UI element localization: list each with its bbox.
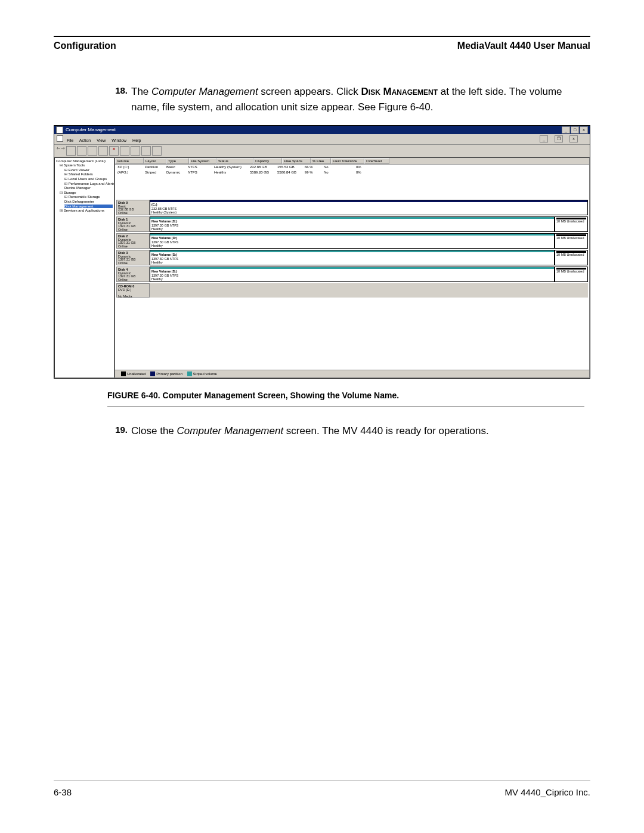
main-pane: Volume Layout Type File System Status Ca… — [114, 157, 590, 378]
tree-system-tools[interactable]: ⊟ System Tools — [60, 163, 113, 168]
toolbar-button[interactable] — [131, 146, 140, 156]
step-number: 19. — [107, 423, 128, 439]
menu-view[interactable]: View — [97, 138, 106, 143]
col-ft[interactable]: Fault Tolerance — [331, 158, 364, 165]
menu-help[interactable]: Help — [132, 138, 141, 143]
window-titlebar: Computer Management _ □ × — [54, 126, 590, 134]
col-capacity[interactable]: Capacity — [253, 158, 282, 165]
header-right: MediaVault 4440 User Manual — [457, 41, 590, 51]
menu-window[interactable]: Window — [112, 138, 126, 143]
unallocated-bar[interactable]: 10 MB Unallocated — [555, 267, 588, 282]
volume-row[interactable]: (APG:)StripedDynamicNTFSHealthy5589.20 G… — [115, 170, 589, 175]
menu-action[interactable]: Action — [79, 138, 91, 143]
disk-label: Disk 2Dynamic1397.31 GBOnline — [116, 233, 150, 249]
tree-item[interactable]: ⊞ Event Viewer — [64, 168, 113, 172]
footer-brand: MV 4440_Ciprico Inc. — [505, 787, 590, 797]
legend-swatch-unallocated — [121, 371, 126, 376]
step-text: The Computer Management screen appears. … — [131, 84, 584, 114]
volume-bar[interactable]: New Volume (D:)1397.30 GB NTFSHealthy — [150, 233, 555, 249]
minimize-button[interactable]: _ — [562, 126, 570, 134]
header-left: Configuration — [54, 41, 116, 51]
volume-list: XP (C:)PartitionBasicNTFSHealthy (System… — [115, 165, 589, 175]
col-free[interactable]: Free Space — [282, 158, 311, 165]
app-icon — [56, 126, 63, 134]
tree-item[interactable]: ⊞ Removable Storage — [64, 195, 113, 199]
tree-item[interactable]: Device Manager — [64, 186, 113, 190]
disk-row[interactable]: Disk 0Basic232.88 GBOnline(C:)232.88 GB … — [116, 200, 588, 215]
tree-disk-management[interactable]: Disk Management — [64, 205, 113, 209]
volume-bar[interactable]: New Volume (D:)1397.30 GB NTFSHealthy — [150, 216, 555, 232]
disk-row[interactable]: Disk 1Dynamic1397.31 GBOnlineNew Volume … — [116, 216, 588, 232]
disk-label: Disk 4Dynamic1397.31 GBOnline — [116, 267, 150, 282]
tree-item[interactable]: ⊞ Local Users and Groups — [64, 177, 113, 181]
tree-item[interactable]: ⊞ Shared Folders — [64, 172, 113, 176]
toolbar-button[interactable] — [66, 146, 76, 156]
app-icon-small — [57, 135, 63, 142]
disk-label: Disk 0Basic232.88 GBOnline — [116, 200, 150, 215]
toolbar-button[interactable] — [152, 146, 162, 156]
legend-swatch-primary — [150, 371, 155, 376]
disk-row[interactable]: Disk 3Dynamic1397.31 GBOnlineNew Volume … — [116, 250, 588, 265]
toolbar-delete-icon[interactable]: × — [109, 146, 119, 156]
volume-bar[interactable]: (C:)232.88 GB NTFSHealthy (System) — [150, 200, 588, 215]
disk-graphic-area: Disk 0Basic232.88 GBOnline(C:)232.88 GB … — [115, 199, 589, 369]
toolbar-button[interactable] — [77, 146, 86, 156]
toolbar-properties-icon[interactable] — [120, 146, 129, 156]
toolbar: ⇦ ⇨ × — [54, 145, 590, 157]
toolbar-button[interactable] — [98, 146, 108, 156]
child-minimize-button[interactable]: _ — [540, 135, 548, 143]
volume-bar[interactable]: New Volume (D:)1397.30 GB NTFSHealthy — [150, 250, 555, 265]
col-pctfree[interactable]: % Free — [311, 158, 331, 165]
col-overhead[interactable]: Overhead — [364, 158, 389, 165]
tree-item[interactable]: ⊞ Performance Logs and Alerts — [64, 182, 113, 186]
col-fs[interactable]: File System — [189, 158, 216, 165]
step-text: Close the Computer Management screen. Th… — [131, 423, 489, 439]
tree-root[interactable]: Computer Management (Local) — [56, 159, 113, 163]
legend-bar: Unallocated Primary partition Striped vo… — [115, 370, 589, 377]
col-volume[interactable]: Volume — [115, 158, 144, 165]
child-close-button[interactable]: × — [569, 135, 578, 143]
volume-row[interactable]: XP (C:)PartitionBasicNTFSHealthy (System… — [115, 165, 589, 170]
tree-services[interactable]: ⊞ Services and Applications — [60, 209, 113, 213]
menubar: File Action View Window Help _ ❐ × — [54, 134, 590, 145]
menu-file[interactable]: File — [67, 138, 73, 143]
col-status[interactable]: Status — [216, 158, 253, 165]
tree-storage[interactable]: ⊟ Storage — [60, 191, 113, 195]
cdrom-row[interactable]: CD-ROM 0DVD (E:)No Media — [116, 283, 588, 298]
page-number: 6-38 — [54, 787, 72, 797]
navigation-tree[interactable]: Computer Management (Local) ⊟ System Too… — [54, 157, 114, 378]
toolbar-refresh-icon[interactable] — [88, 146, 97, 156]
step-18: 18. The Computer Management screen appea… — [107, 84, 584, 114]
step-19: 19. Close the Computer Management screen… — [107, 423, 584, 439]
col-layout[interactable]: Layout — [144, 158, 166, 165]
disk-row[interactable]: Disk 2Dynamic1397.31 GBOnlineNew Volume … — [116, 233, 588, 249]
disk-label: Disk 3Dynamic1397.31 GBOnline — [116, 250, 150, 265]
legend-swatch-striped — [187, 371, 192, 376]
disk-row[interactable]: Disk 4Dynamic1397.31 GBOnlineNew Volume … — [116, 267, 588, 282]
step-number: 18. — [107, 84, 128, 114]
unallocated-bar[interactable]: 10 MB Unallocated — [555, 250, 588, 265]
maximize-button[interactable]: □ — [571, 126, 579, 134]
toolbar-back-icon[interactable]: ⇦ — [57, 146, 60, 156]
child-restore-button[interactable]: ❐ — [555, 135, 563, 143]
unallocated-bar[interactable]: 10 MB Unallocated — [555, 233, 588, 249]
computer-management-screenshot: Computer Management _ □ × File Action Vi… — [54, 125, 590, 379]
close-button[interactable]: × — [580, 126, 588, 134]
window-title: Computer Management — [66, 128, 116, 133]
cdrom-label: CD-ROM 0DVD (E:)No Media — [116, 283, 150, 298]
caption-divider — [107, 406, 584, 407]
disk-label: Disk 1Dynamic1397.31 GBOnline — [116, 216, 150, 232]
volume-bar[interactable]: New Volume (D:)1397.30 GB NTFSHealthy — [150, 267, 555, 282]
toolbar-help-icon[interactable] — [141, 146, 151, 156]
toolbar-forward-icon[interactable]: ⇨ — [61, 146, 65, 156]
figure-caption: FIGURE 6-40. Computer Management Screen,… — [107, 391, 584, 400]
document-footer: 6-38 MV 4440_Ciprico Inc. — [54, 781, 590, 797]
document-header: Configuration MediaVault 4440 User Manua… — [54, 36, 590, 51]
tree-item[interactable]: Disk Defragmenter — [64, 200, 113, 204]
col-type[interactable]: Type — [166, 158, 189, 165]
unallocated-bar[interactable]: 10 MB Unallocated — [555, 216, 588, 232]
volume-list-header: Volume Layout Type File System Status Ca… — [115, 158, 589, 165]
